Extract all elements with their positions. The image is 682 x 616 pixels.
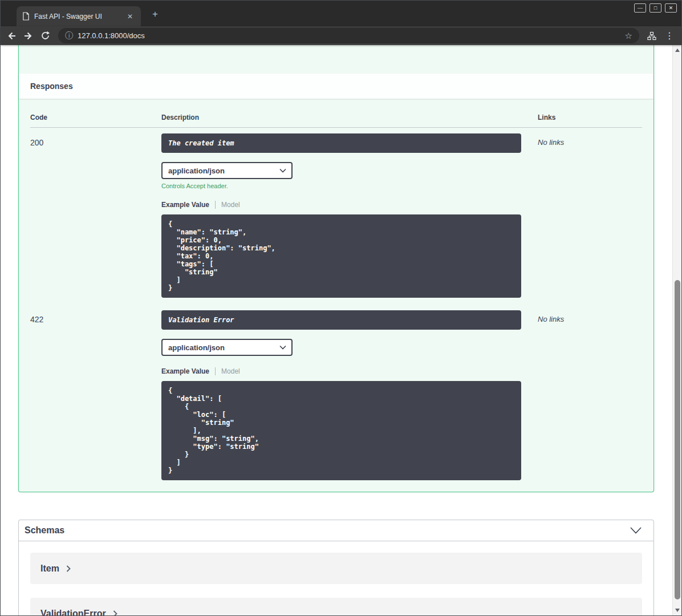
responses-title: Responses: [30, 82, 642, 91]
response-description-cell: Validation Error application/json: [161, 310, 538, 480]
tab-divider: [215, 201, 216, 209]
page-favicon-icon: [22, 12, 30, 21]
browser-menu-icon[interactable]: ⋮: [663, 30, 676, 41]
browser-window: Fast API - Swagger UI ✕ + — □ ✕ ⓘ 127.0.…: [0, 0, 682, 616]
url-text[interactable]: 127.0.0.1:8000/docs: [78, 31, 145, 40]
page-scrollbar[interactable]: [672, 45, 681, 615]
response-description: The created item: [161, 133, 521, 153]
new-tab-button[interactable]: +: [149, 9, 161, 21]
swagger-page: Responses Code Description Links 200 The…: [1, 45, 672, 615]
col-header-links: Links: [538, 114, 642, 121]
scrollbar-down-arrow-icon[interactable]: [673, 606, 681, 614]
tab-example-value[interactable]: Example Value: [161, 201, 209, 209]
tab-close-icon[interactable]: ✕: [125, 12, 135, 21]
browser-titlebar: Fast API - Swagger UI ✕ + — □ ✕: [1, 1, 681, 26]
model-name: Item: [40, 564, 59, 574]
forward-button[interactable]: [23, 31, 34, 41]
response-row-200: 200 The created item application/json: [30, 128, 642, 298]
opblock-responses: Responses Code Description Links 200 The…: [18, 45, 654, 492]
response-links: No links: [538, 310, 642, 323]
example-model-tabs: Example Value Model: [161, 201, 538, 209]
content-type-select-wrap: application/json: [161, 339, 293, 356]
site-info-icon[interactable]: ⓘ: [65, 31, 73, 41]
col-header-code: Code: [30, 114, 161, 121]
response-code: 422: [30, 310, 161, 324]
opblock-body-spacer: [19, 45, 653, 74]
response-row-422: 422 Validation Error application/json: [30, 305, 642, 480]
accept-header-note: Controls Accept header.: [161, 183, 538, 189]
content-type-select[interactable]: application/json: [163, 340, 291, 355]
sitemap-icon[interactable]: [647, 31, 656, 40]
page-content: Responses Code Description Links 200 The…: [1, 45, 681, 615]
schemas-title: Schemas: [25, 525, 64, 536]
chevron-down-icon[interactable]: [630, 526, 642, 534]
reload-button[interactable]: [40, 31, 50, 40]
example-model-tabs: Example Value Model: [161, 367, 538, 375]
model-row-item[interactable]: Item: [30, 553, 642, 584]
response-links: No links: [538, 133, 642, 147]
scrollbar-thumb[interactable]: [675, 280, 680, 599]
chevron-right-icon: [113, 610, 117, 616]
response-code: 200: [30, 133, 161, 147]
chevron-right-icon: [66, 565, 71, 572]
tab-model[interactable]: Model: [221, 201, 240, 209]
tab-title: Fast API - Swagger UI: [34, 13, 125, 21]
col-header-description: Description: [161, 114, 538, 121]
tab-example-value[interactable]: Example Value: [161, 367, 209, 375]
responses-section-header: Responses: [19, 74, 653, 99]
responses-table: Code Description Links 200 The created i…: [19, 99, 653, 492]
response-description-cell: The created item application/json Contro…: [161, 133, 538, 298]
minimize-button[interactable]: —: [634, 3, 646, 13]
tab-model[interactable]: Model: [221, 367, 240, 375]
bookmark-star-icon[interactable]: ☆: [625, 31, 632, 41]
back-button[interactable]: [6, 31, 17, 41]
window-controls: — □ ✕: [634, 3, 677, 13]
browser-tab[interactable]: Fast API - Swagger UI ✕: [17, 6, 141, 26]
example-json-200: { "name": "string", "price": 0, "descrip…: [161, 214, 521, 298]
schemas-header[interactable]: Schemas: [19, 520, 653, 541]
close-button[interactable]: ✕: [665, 3, 677, 13]
schemas-list: Item ValidationError: [19, 541, 653, 615]
browser-toolbar: ⓘ 127.0.0.1:8000/docs ☆ ⋮: [1, 26, 681, 45]
content-type-select-wrap: application/json: [161, 162, 293, 179]
scrollbar-up-arrow-icon[interactable]: [673, 46, 681, 54]
responses-table-head: Code Description Links: [30, 106, 642, 128]
model-name: ValidationError: [40, 609, 106, 616]
tab-divider: [215, 367, 216, 375]
response-description: Validation Error: [161, 310, 521, 330]
example-json-422: { "detail": [ { "loc": [ "string" ], "ms…: [161, 381, 521, 480]
model-row-validationerror[interactable]: ValidationError: [30, 598, 642, 615]
content-type-select[interactable]: application/json: [163, 163, 291, 178]
maximize-button[interactable]: □: [649, 3, 661, 13]
schemas-section: Schemas Item ValidationError: [18, 520, 654, 615]
address-bar[interactable]: ⓘ 127.0.0.1:8000/docs ☆: [58, 28, 639, 43]
